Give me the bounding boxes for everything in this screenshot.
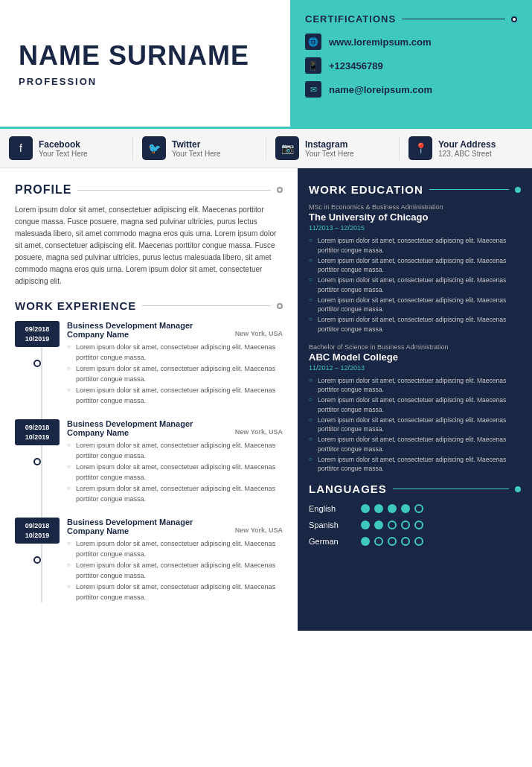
lang-dots-german <box>361 537 423 546</box>
bullet: Lorem ipsum dolor sit amet, consectetuer… <box>67 343 283 363</box>
phone-icon: 📱 <box>305 57 321 74</box>
twitter-label: Twitter <box>172 139 221 150</box>
timeline: 09/201810/2019 Business Development Mana… <box>15 321 283 602</box>
bullet: Lorem ipsum dolor sit amet, consectetuer… <box>67 441 283 461</box>
work-education-title: WORK EDUCATION <box>309 183 521 196</box>
timeline-item: 09/201810/2019 Business Development Mana… <box>67 518 283 602</box>
work-title-dot <box>277 303 283 309</box>
lang-dots-english <box>361 504 423 513</box>
lang-title-dot <box>515 486 521 492</box>
languages-section: LANGUAGES English Spanish <box>309 483 521 546</box>
candidate-name: NAME SURNAME <box>19 40 272 71</box>
job-bullets-1: Lorem ipsum dolor sit amet, consectetuer… <box>67 343 283 406</box>
left-column: PROFILE Lorem ipsum dolor sit amet, cons… <box>0 168 298 631</box>
lang-name-spanish: Spanish <box>309 521 353 529</box>
twitter-icon: 🐦 <box>142 136 166 160</box>
facebook-icon: f <box>9 136 33 160</box>
job-company-2: Company Name New York, USA <box>67 428 283 437</box>
job-bullets-2: Lorem ipsum dolor sit amet, consectetuer… <box>67 441 283 504</box>
edu-degree-2: Bachelor of Science in Business Administ… <box>309 343 521 351</box>
social-instagram: 📷 Instagram Your Text Here <box>266 136 400 160</box>
email-contact: ✉ name@loreipsum.com <box>305 81 517 98</box>
phone-contact: 📱 +123456789 <box>305 57 517 74</box>
website-text: www.loremipsum.com <box>329 36 432 48</box>
certifications-title: CERTIFICATIONS <box>305 13 517 25</box>
edu-title-line <box>429 189 509 190</box>
facebook-label: Facebook <box>39 139 88 150</box>
social-bar: f Facebook Your Text Here 🐦 Twitter Your… <box>0 127 532 168</box>
edu-dates-1: 11/2013 – 12/2015 <box>309 224 521 232</box>
profile-title-line <box>77 190 271 191</box>
bullet: Lorem ipsum dolor sit amet, consectetuer… <box>67 561 283 581</box>
email-text: name@loreipsum.com <box>329 84 432 95</box>
job-title-3: Business Development Manager <box>67 518 283 526</box>
email-icon: ✉ <box>305 81 321 98</box>
dot-filled <box>374 504 383 513</box>
header-right: CERTIFICATIONS 🌐 www.loremipsum.com 📱 +1… <box>290 0 532 127</box>
dot-empty <box>414 537 423 546</box>
instagram-icon: 📷 <box>275 136 299 160</box>
dot-filled <box>361 537 370 546</box>
timeline-dot-3 <box>33 556 41 564</box>
cert-dot <box>511 16 517 22</box>
job-company-1: Company Name New York, USA <box>67 330 283 339</box>
edu-bullet: Lorem ipsum dolor sit amet, consectetuer… <box>309 435 521 454</box>
bullet: Lorem ipsum dolor sit amet, consectetuer… <box>67 386 283 406</box>
lang-dots-spanish <box>361 521 423 529</box>
timeline-dot-1 <box>33 360 41 367</box>
instagram-label: Instagram <box>305 139 354 150</box>
address-label: Your Address <box>438 139 496 150</box>
bullet: Lorem ipsum dolor sit amet, consectetuer… <box>67 582 283 602</box>
instagram-sub: Your Text Here <box>305 150 354 158</box>
timeline-dot-2 <box>33 458 41 465</box>
dot-empty <box>388 537 397 546</box>
lang-row-english: English <box>309 504 521 513</box>
edu-school-2: ABC Model College <box>309 351 521 363</box>
edu-dates-2: 11/2012 – 12/2013 <box>309 364 521 372</box>
right-column: WORK EDUCATION MSc in Economics & Busine… <box>298 168 532 631</box>
dot-filled <box>388 504 397 513</box>
edu-title-dot <box>515 187 521 193</box>
timeline-badge: 09/201810/2019 <box>15 321 60 347</box>
bullet: Lorem ipsum dolor sit amet, consectetuer… <box>67 364 283 384</box>
edu-bullets-2: Lorem ipsum dolor sit amet, consectetuer… <box>309 376 521 474</box>
lang-title-line <box>393 488 509 489</box>
edu-item-1: MSc in Economics & Business Administrati… <box>309 203 521 334</box>
bullet: Lorem ipsum dolor sit amet, consectetuer… <box>67 462 283 483</box>
dot-empty <box>374 537 383 546</box>
languages-title: LANGUAGES <box>309 483 521 495</box>
edu-bullet: Lorem ipsum dolor sit amet, consectetuer… <box>309 256 521 276</box>
job-company-3: Company Name New York, USA <box>67 526 283 535</box>
dot-filled <box>374 521 383 529</box>
social-twitter: 🐦 Twitter Your Text Here <box>133 136 266 160</box>
edu-bullet: Lorem ipsum dolor sit amet, consectetuer… <box>309 376 521 395</box>
edu-bullet: Lorem ipsum dolor sit amet, consectetuer… <box>309 276 521 295</box>
work-title-line <box>142 305 271 306</box>
edu-school-1: The University of Chicago <box>309 211 521 223</box>
facebook-sub: Your Text Here <box>39 150 88 158</box>
cert-line <box>402 19 505 19</box>
profile-text: Lorem ipsum dolor sit amet, consectetuer… <box>15 204 283 287</box>
main-content: PROFILE Lorem ipsum dolor sit amet, cons… <box>0 168 532 631</box>
edu-bullet: Lorem ipsum dolor sit amet, consectetuer… <box>309 236 521 255</box>
work-experience-title: WORK EXPERIENCE <box>15 299 283 312</box>
job-title-2: Business Development Manager <box>67 419 283 428</box>
edu-bullet: Lorem ipsum dolor sit amet, consectetuer… <box>309 455 521 474</box>
lang-name-english: English <box>309 504 353 513</box>
phone-text: +123456789 <box>329 60 383 71</box>
job-title-1: Business Development Manager <box>67 321 283 330</box>
bullet: Lorem ipsum dolor sit amet, consectetuer… <box>67 539 283 559</box>
candidate-profession: PROFESSION <box>19 76 272 87</box>
edu-item-2: Bachelor of Science in Business Administ… <box>309 343 521 474</box>
timeline-badge: 09/201810/2019 <box>15 518 60 544</box>
social-facebook: f Facebook Your Text Here <box>0 136 133 160</box>
dot-filled <box>361 504 370 513</box>
address-sub: 123, ABC Street <box>438 150 496 158</box>
header: NAME SURNAME PROFESSION CERTIFICATIONS 🌐… <box>0 0 532 127</box>
job-bullets-3: Lorem ipsum dolor sit amet, consectetuer… <box>67 539 283 602</box>
lang-name-german: German <box>309 537 353 546</box>
edu-bullet: Lorem ipsum dolor sit amet, consectetuer… <box>309 315 521 334</box>
edu-bullets-1: Lorem ipsum dolor sit amet, consectetuer… <box>309 236 521 334</box>
edu-bullet: Lorem ipsum dolor sit amet, consectetuer… <box>309 296 521 315</box>
dot-empty <box>414 504 423 513</box>
